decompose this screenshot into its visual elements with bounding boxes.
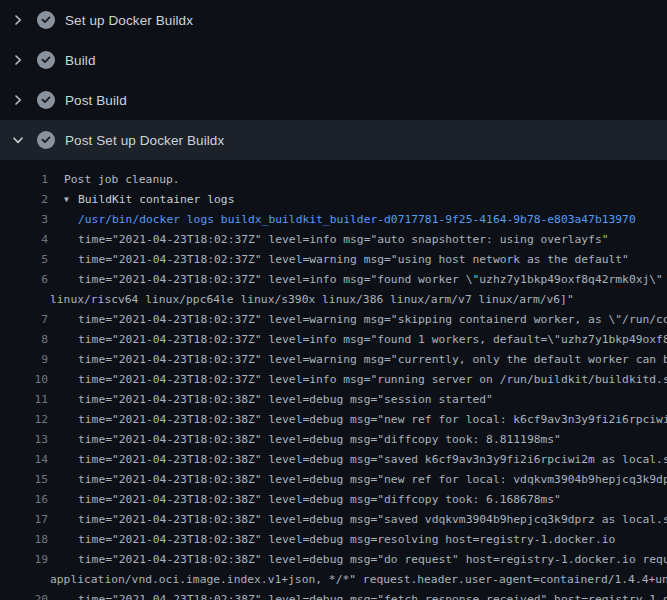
log-text: application/vnd.oci.image.index.v1+json,… [50,570,667,590]
line-number[interactable]: 13 [0,430,48,450]
step-title: Post Build [65,93,127,108]
line-number[interactable]: 10 [0,370,48,390]
log-line: 11time="2021-04-23T18:02:38Z" level=debu… [0,390,667,410]
log-line: 9time="2021-04-23T18:02:37Z" level=warni… [0,350,667,370]
line-number[interactable]: 14 [0,450,48,470]
log-line: 6time="2021-04-23T18:02:37Z" level=info … [0,270,667,290]
log-line: 7time="2021-04-23T18:02:37Z" level=warni… [0,310,667,330]
line-number[interactable]: 5 [0,250,48,270]
log-text: time="2021-04-23T18:02:37Z" level=info m… [78,330,667,350]
log-line: 13time="2021-04-23T18:02:38Z" level=debu… [0,430,667,450]
log-text: time="2021-04-23T18:02:38Z" level=debug … [78,450,667,470]
chevron-right-icon[interactable] [10,12,26,28]
log-line-continuation: application/vnd.oci.image.index.v1+json,… [0,570,667,590]
log-line: 3/usr/bin/docker logs buildx_buildkit_bu… [0,210,667,230]
line-number[interactable]: 11 [0,390,48,410]
log-text: Post job cleanup. [64,170,180,190]
log-group-title: BuildKit container logs [78,193,234,206]
log-text: time="2021-04-23T18:02:38Z" level=debug … [78,530,615,550]
chevron-down-icon[interactable] [10,132,26,148]
log-text: time="2021-04-23T18:02:37Z" level=info m… [78,270,667,290]
log-line: 10time="2021-04-23T18:02:37Z" level=info… [0,370,667,390]
line-number[interactable]: 9 [0,350,48,370]
log-text: time="2021-04-23T18:02:38Z" level=debug … [78,490,561,510]
log-line: 1Post job cleanup. [0,170,667,190]
line-number[interactable]: 3 [0,210,48,230]
workflow-log-viewer: Set up Docker BuildxBuildPost BuildPost … [0,0,667,600]
log-text: time="2021-04-23T18:02:38Z" level=debug … [78,390,493,410]
line-number[interactable]: 18 [0,530,48,550]
log-text: time="2021-04-23T18:02:38Z" level=debug … [78,510,667,530]
log-command-text: /usr/bin/docker logs buildx_buildkit_bui… [78,210,636,230]
line-number[interactable]: 4 [0,230,48,250]
log-line: 20time="2021-04-23T18:02:38Z" level=debu… [0,590,667,600]
step-list: Set up Docker BuildxBuildPost BuildPost … [0,0,667,160]
line-number [0,570,48,590]
chevron-right-icon[interactable] [10,52,26,68]
log-line: 12time="2021-04-23T18:02:38Z" level=debu… [0,410,667,430]
log-text: time="2021-04-23T18:02:38Z" level=debug … [78,410,667,430]
log-line: 2▼BuildKit container logs [0,190,667,210]
step-header-post-set-up-docker-buildx[interactable]: Post Set up Docker Buildx [0,120,667,160]
log-line: 16time="2021-04-23T18:02:38Z" level=debu… [0,490,667,510]
log-text: time="2021-04-23T18:02:38Z" level=debug … [78,470,667,490]
line-number [0,290,48,310]
line-number[interactable]: 16 [0,490,48,510]
log-line: 5time="2021-04-23T18:02:37Z" level=warni… [0,250,667,270]
line-number[interactable]: 6 [0,270,48,290]
step-title: Build [65,53,96,68]
log-text: time="2021-04-23T18:02:37Z" level=warnin… [78,310,667,330]
check-circle-icon [37,131,55,149]
step-title: Set up Docker Buildx [65,13,193,28]
log-group-toggle[interactable]: ▼BuildKit container logs [64,190,234,210]
line-number[interactable]: 17 [0,510,48,530]
log-line: 4time="2021-04-23T18:02:37Z" level=info … [0,230,667,250]
log-text: time="2021-04-23T18:02:37Z" level=warnin… [78,250,629,270]
step-header-set-up-docker-buildx[interactable]: Set up Docker Buildx [0,0,667,40]
line-number[interactable]: 19 [0,550,48,570]
check-circle-icon [37,11,55,29]
line-number[interactable]: 8 [0,330,48,350]
log-line: 15time="2021-04-23T18:02:38Z" level=debu… [0,470,667,490]
chevron-right-icon[interactable] [10,92,26,108]
log-text: time="2021-04-23T18:02:37Z" level=info m… [78,230,609,250]
line-number[interactable]: 12 [0,410,48,430]
step-title: Post Set up Docker Buildx [65,133,224,148]
log-text: time="2021-04-23T18:02:38Z" level=debug … [78,550,667,570]
line-number[interactable]: 1 [0,170,48,190]
line-number[interactable]: 7 [0,310,48,330]
step-header-build[interactable]: Build [0,40,667,80]
check-circle-icon [37,91,55,109]
log-text: linux/riscv64 linux/ppc64le linux/s390x … [50,290,574,310]
log-line: 8time="2021-04-23T18:02:37Z" level=info … [0,330,667,350]
log-line-continuation: linux/riscv64 linux/ppc64le linux/s390x … [0,290,667,310]
check-circle-icon [37,51,55,69]
line-number[interactable]: 2 [0,190,48,210]
line-number[interactable]: 20 [0,590,48,600]
log-line: 14time="2021-04-23T18:02:38Z" level=debu… [0,450,667,470]
log-text: time="2021-04-23T18:02:38Z" level=debug … [78,430,561,450]
log-line: 19time="2021-04-23T18:02:38Z" level=debu… [0,550,667,570]
log-text: time="2021-04-23T18:02:38Z" level=debug … [78,590,667,600]
log-area: 1Post job cleanup.2▼BuildKit container l… [0,160,667,600]
log-line: 18time="2021-04-23T18:02:38Z" level=debu… [0,530,667,550]
triangle-down-icon: ▼ [64,190,78,210]
log-text: time="2021-04-23T18:02:37Z" level=info m… [78,370,667,390]
step-header-post-build[interactable]: Post Build [0,80,667,120]
log-text: time="2021-04-23T18:02:37Z" level=warnin… [78,350,667,370]
log-line: 17time="2021-04-23T18:02:38Z" level=debu… [0,510,667,530]
line-number[interactable]: 15 [0,470,48,490]
